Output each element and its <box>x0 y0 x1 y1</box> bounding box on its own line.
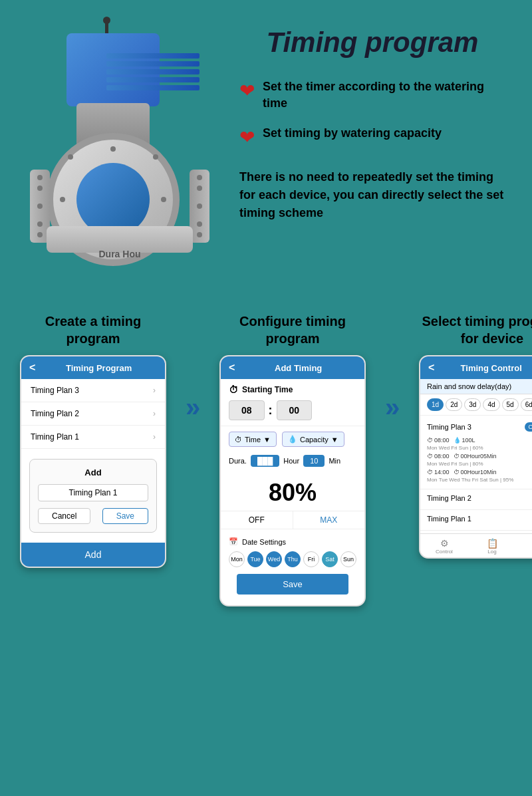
s3-cap-val-3: 00Hour10Min <box>461 469 497 475</box>
s2-colon: : <box>269 404 273 418</box>
fin5 <box>106 85 200 90</box>
s2-hour-box[interactable]: 08 <box>229 400 265 420</box>
s1-list-item-3[interactable]: Timing Plan 3 › <box>21 379 165 402</box>
s2-capacity-select[interactable]: 💧 Capacity ▼ <box>282 432 344 447</box>
s2-percent-display: 80% <box>221 472 364 511</box>
feature-item-1: ❤ Set the timer according to the waterin… <box>239 78 505 112</box>
description-text: There is no need to repeatedly set the t… <box>239 170 503 219</box>
s3-schedule-2: ⏱ 08:00 ⏱ 00Hour05Min <box>427 453 532 460</box>
bolt3 <box>60 197 65 202</box>
s2-min-box[interactable]: 00 <box>277 400 313 420</box>
s2-time-dropdown-icon: ▼ <box>263 436 271 444</box>
s3-day-tab-6d[interactable]: 6d <box>521 398 532 411</box>
s3-tab-log[interactable]: 📋 Log <box>468 538 516 555</box>
s1-cancel-button[interactable]: Cancel <box>38 508 90 524</box>
s2-off-button[interactable]: OFF <box>221 511 293 529</box>
s2-day-mon[interactable]: Mon <box>229 551 245 567</box>
s2-drop-icon: 💧 <box>288 435 297 444</box>
s2-day-wed[interactable]: Wed <box>266 551 282 567</box>
s2-header: < Add Timing <box>221 356 364 379</box>
s1-back-arrow[interactable]: < <box>29 362 35 374</box>
s2-back-arrow[interactable]: < <box>229 362 235 374</box>
s2-selectors-row: ⏱ Time ▼ 💧 Capacity ▼ <box>221 426 364 452</box>
fin4 <box>106 77 200 82</box>
s1-name-input[interactable] <box>38 484 148 501</box>
s2-time-select[interactable]: ⏱ Time ▼ <box>229 432 277 447</box>
s1-chevron-1: › <box>153 432 156 442</box>
s1-list-item-1[interactable]: Timing Plan 1 › <box>21 426 165 449</box>
s2-hour-label: Hour <box>283 457 299 465</box>
description-box: There is no need to repeatedly set the t… <box>239 162 505 229</box>
page-title: Timing program <box>239 27 505 59</box>
s2-time-row: 08 : 00 <box>229 400 356 420</box>
fin1 <box>106 53 200 59</box>
s3-plan-1-header: Timing Plan 1 OFF <box>427 514 532 523</box>
s1-list-item-2[interactable]: Timing Plan 2 › <box>21 402 165 426</box>
s2-max-button[interactable]: MAX <box>293 511 365 529</box>
s2-capacity-label: Capacity <box>300 436 329 444</box>
s3-cap-1: 💧 100L <box>454 437 475 444</box>
s2-save-button[interactable]: Save <box>237 574 348 595</box>
s3-log-icon: 📋 <box>468 538 516 549</box>
s2-day-thu[interactable]: Thu <box>285 551 301 567</box>
valve-illustration: Dura Hou <box>27 20 213 273</box>
s3-plan-3-toggle[interactable]: ON ⚫ <box>525 420 533 434</box>
s3-day-tab-2d[interactable]: 2d <box>446 398 462 411</box>
s1-item-label-3: Timing Plan 3 <box>31 386 79 395</box>
phone-screen-2: < Add Timing ⏱ Starting Time 08 : 00 <box>219 355 366 606</box>
steps-row: Create a timing program < Timing Program… <box>20 313 512 606</box>
s3-day-tab-3d[interactable]: 3d <box>464 398 481 411</box>
s3-day-tab-4d[interactable]: 4d <box>483 398 499 411</box>
s2-date-label: Date Settings <box>242 538 286 546</box>
s3-plan-2-name: Timing Plan 2 <box>427 494 471 502</box>
phone-screen-3: < Timing Control ↻ Rain and snow delay(d… <box>419 355 532 559</box>
arrow-right-icon-1: » <box>186 392 200 422</box>
step-title-3: Select timing program for device <box>419 313 532 347</box>
feature-text-1: Set the timer according to the watering … <box>263 78 505 112</box>
step-col-3: Select timing program for device < Timin… <box>419 313 532 559</box>
s1-save-button[interactable]: Save <box>102 508 148 524</box>
s3-tab-timing[interactable]: ≡ Timing <box>516 538 532 555</box>
s2-day-fri[interactable]: Fri <box>303 551 319 567</box>
fin3 <box>106 69 200 74</box>
s2-off-max-row: OFF MAX <box>221 511 364 529</box>
bottom-section: Create a timing program < Timing Program… <box>0 299 532 626</box>
feature-text-2: Set timing by watering capacity <box>263 125 442 142</box>
s3-plan-3-header: Timing Plan 3 ON ⚫ <box>427 420 532 434</box>
top-section: Dura Hou Timing program ❤ Set the timer … <box>0 0 532 299</box>
fr-bolt4 <box>197 221 202 227</box>
s1-button-row: Cancel Save <box>38 508 148 524</box>
s2-starting-time-section: ⏱ Starting Time 08 : 00 <box>221 379 364 426</box>
s1-add-footer[interactable]: Add <box>21 543 165 567</box>
brand-text: Dura Hou <box>99 249 141 259</box>
right-content: Timing program ❤ Set the timer according… <box>239 20 505 229</box>
s3-plan-2-section: Timing Plan 2 OFF <box>420 489 532 510</box>
fl-bolt4 <box>37 221 43 227</box>
step-col-1: Create a timing program < Timing Program… <box>20 313 166 568</box>
s2-duration-row: Dura. ███ Hour 10 Min <box>221 452 364 472</box>
s3-tab-control[interactable]: ⚙ Control <box>420 538 468 555</box>
heart-icon-1: ❤ <box>239 80 255 102</box>
s1-header-title: Timing Program <box>41 363 157 373</box>
s3-day-tabs: 1d 2d 3d 4d 5d 6d 7d <box>420 394 532 416</box>
s2-day-sat[interactable]: Sat <box>322 551 338 567</box>
s3-back-arrow[interactable]: < <box>428 362 434 374</box>
antenna-tip <box>103 17 110 24</box>
s3-timing-icon: ≡ <box>516 538 532 549</box>
s3-plan-1-name: Timing Plan 1 <box>427 515 471 523</box>
s2-starting-time-title: ⏱ Starting Time <box>229 384 356 395</box>
s3-day-tab-5d[interactable]: 5d <box>502 398 519 411</box>
step-title-2: Configure timing program <box>219 313 366 347</box>
s2-days-row: Mon Tue Wed Thu Fri Sat Sun <box>229 551 356 567</box>
actuator-fins <box>106 53 200 93</box>
s3-time-2: 08:00 <box>434 453 450 460</box>
s2-day-tue[interactable]: Tue <box>247 551 263 567</box>
s1-header: < Timing Program <box>21 356 165 379</box>
s2-date-section: 📅 Date Settings Mon Tue Wed Thu Fri Sat … <box>221 533 364 605</box>
s2-day-sun[interactable]: Sun <box>340 551 356 567</box>
s3-day-tab-1d[interactable]: 1d <box>427 398 444 411</box>
s3-log-label: Log <box>487 549 496 555</box>
step-title-1: Create a timing program <box>20 313 166 347</box>
s2-header-title: Add Timing <box>240 363 356 373</box>
s3-cap-2: ⏱ 00Hour05Min <box>454 453 497 460</box>
